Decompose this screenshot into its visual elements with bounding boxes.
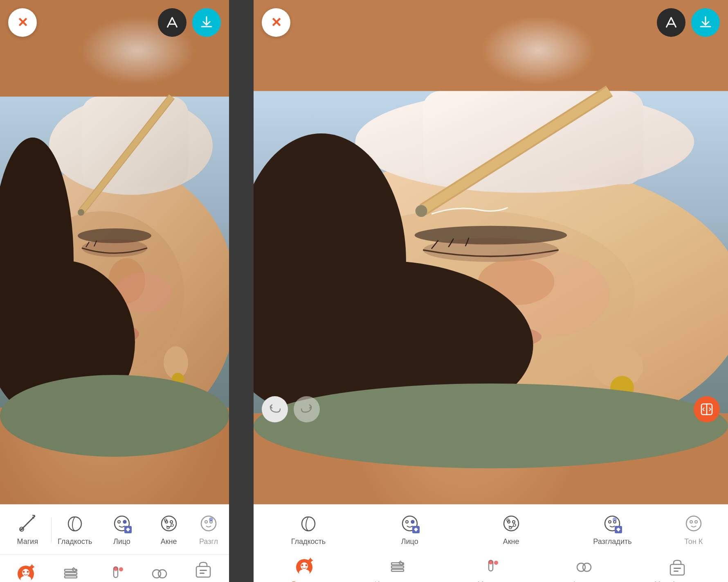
right-header-right [657, 8, 720, 37]
right-tool-tone[interactable]: Тон К [663, 513, 724, 546]
svg-point-37 [171, 524, 173, 526]
tool-magic[interactable]: Магия [4, 513, 51, 546]
right-nav-tools[interactable]: Инструменты [351, 557, 444, 582]
right-smooth-icon [298, 513, 319, 534]
left-download-button[interactable] [192, 8, 221, 37]
svg-line-85 [703, 409, 704, 411]
right-logo-icon [663, 14, 679, 31]
svg-rect-120 [391, 569, 404, 571]
left-header-right [158, 8, 221, 37]
svg-point-112 [306, 564, 308, 566]
right-diamond-badge [412, 526, 420, 533]
my-nav-icon [193, 559, 214, 580]
diamond-badge [124, 526, 132, 533]
nav-makeup[interactable]: Макияж [94, 563, 137, 582]
right-tool-acne[interactable]: Акне [461, 513, 562, 546]
svg-point-31 [124, 521, 126, 523]
svg-point-92 [411, 521, 414, 523]
nav-retouch[interactable]: Ретушь [4, 563, 48, 582]
right-nav-retouch[interactable]: Ретушь [258, 557, 351, 582]
right-smooth-label: Гладкость [291, 537, 326, 546]
undo-icon [269, 403, 281, 415]
svg-rect-55 [65, 576, 77, 578]
acne-label: Акне [161, 537, 177, 546]
right-bottom-toolbar: Гладкость [254, 504, 728, 582]
svg-point-60 [158, 570, 166, 578]
svg-point-123 [494, 561, 498, 565]
right-face-icon [399, 513, 420, 534]
svg-line-84 [703, 408, 704, 409]
nav-tools[interactable]: Инструменты [48, 563, 94, 582]
redo-icon [301, 403, 313, 415]
svg-point-58 [119, 567, 123, 571]
right-nav-makeup[interactable]: Макияж [444, 557, 537, 582]
redo-button[interactable] [294, 396, 320, 422]
right-close-button[interactable]: ✕ [262, 8, 290, 37]
undo-button[interactable] [262, 396, 288, 422]
svg-rect-54 [65, 573, 77, 575]
tool-face[interactable]: Лицо [99, 513, 146, 546]
svg-point-89 [406, 521, 408, 523]
nav-my[interactable]: Мои функции [181, 559, 225, 582]
right-tool-smooth2[interactable]: Разгладить [562, 513, 663, 546]
svg-line-19 [21, 519, 31, 530]
compare-button[interactable] [694, 396, 720, 422]
svg-point-125 [583, 563, 591, 571]
retouch-nav-icon [15, 563, 36, 582]
svg-point-101 [609, 521, 611, 523]
svg-marker-32 [126, 528, 130, 532]
right-nav-my[interactable]: Мои функции [631, 557, 724, 582]
blur-label: Разгл [199, 537, 218, 546]
svg-point-98 [513, 524, 516, 526]
left-panel: ✕ [0, 0, 229, 582]
svg-point-42 [209, 517, 213, 521]
right-tools-row: Гладкость [254, 513, 728, 553]
tool-acne[interactable]: Акне [145, 513, 192, 546]
right-tone-icon [683, 513, 704, 534]
nav-filter[interactable]: Фильтр [137, 563, 181, 582]
right-makeup-nav-icon [480, 557, 501, 578]
svg-point-28 [118, 521, 120, 523]
right-nav-row: Ретушь Инструменты [254, 557, 728, 582]
right-tone-label: Тон К [684, 537, 703, 546]
svg-point-105 [686, 516, 701, 531]
face-label: Лицо [113, 537, 130, 546]
smooth-label: Гладкость [58, 537, 92, 546]
left-tools-row: Магия Гладкость [0, 513, 229, 555]
right-download-icon [698, 15, 713, 30]
svg-rect-61 [196, 566, 210, 577]
right-tool-face[interactable]: Лицо [359, 513, 461, 546]
right-makeup-nav-label: Макияж [478, 580, 504, 582]
tool-smooth[interactable]: Гладкость [52, 513, 99, 546]
svg-rect-128 [674, 571, 679, 572]
right-smooth2-label: Разгладить [593, 537, 631, 546]
svg-point-46 [23, 571, 25, 573]
svg-line-86 [709, 408, 711, 409]
tool-blur[interactable]: Разгл [192, 513, 225, 546]
svg-marker-104 [616, 528, 620, 532]
right-tools-nav-label: Инструменты [375, 580, 420, 582]
right-panel: ✕ [254, 0, 728, 582]
right-photo [254, 0, 728, 504]
svg-line-87 [709, 409, 711, 411]
svg-marker-93 [414, 528, 418, 532]
svg-point-107 [695, 521, 697, 523]
right-acne-icon [501, 513, 522, 534]
acne-icon [158, 513, 180, 534]
smooth-icon [64, 513, 85, 534]
svg-point-40 [205, 521, 207, 523]
close-icon: ✕ [17, 16, 28, 29]
svg-point-106 [690, 521, 692, 523]
svg-point-10 [82, 239, 147, 257]
logo-icon [164, 14, 180, 31]
download-icon [199, 15, 214, 30]
right-diamond-badge2 [615, 526, 622, 533]
left-close-button[interactable]: ✕ [8, 8, 37, 37]
left-logo-button[interactable] [158, 8, 186, 37]
right-nav-filter[interactable]: Фильтр [537, 557, 631, 582]
right-tool-smooth[interactable]: Гладкость [258, 513, 359, 546]
right-logo-button[interactable] [657, 8, 685, 37]
svg-point-103 [613, 517, 617, 521]
right-download-button[interactable] [691, 8, 720, 37]
svg-point-110 [299, 569, 310, 576]
